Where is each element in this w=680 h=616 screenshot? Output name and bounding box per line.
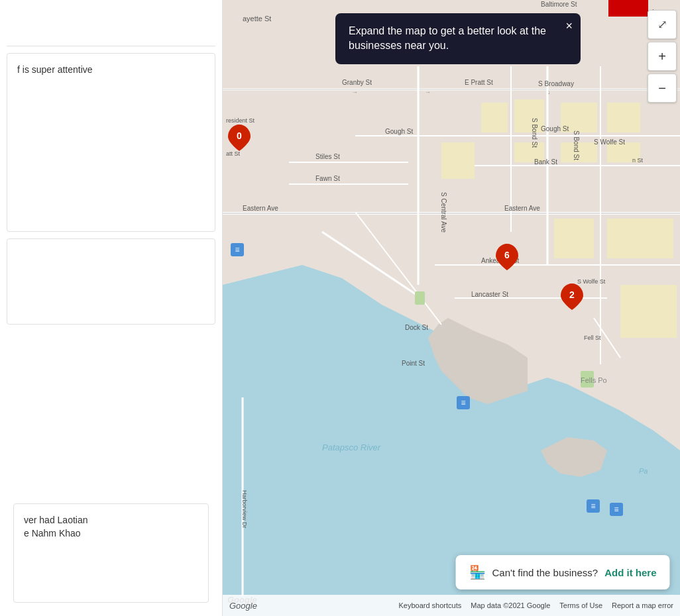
svg-text:E Pratt St: E Pratt St	[465, 79, 493, 86]
store-icon: 🏪	[469, 564, 486, 580]
svg-text:Stiles St: Stiles St	[315, 153, 340, 160]
svg-text:Point St: Point St	[402, 360, 425, 367]
svg-text:Gough St: Gough St	[541, 125, 569, 132]
map-bottom-bar: Google Keyboard shortcuts Map data ©2021…	[223, 595, 680, 616]
add-business-link[interactable]: Add it here	[604, 567, 656, 578]
left-panel: f is super attentive ver had Laotian e N…	[0, 0, 223, 616]
svg-text:Baltimore St: Baltimore St	[541, 1, 577, 8]
review-text-4: ver had Laotian e Nahm Khao	[24, 514, 198, 540]
tooltip-close-button[interactable]: ×	[565, 20, 573, 32]
svg-text:S Central Ave: S Central Ave	[440, 192, 447, 232]
zoom-in-button[interactable]: +	[648, 42, 677, 71]
svg-text:Fawn St: Fawn St	[315, 175, 340, 182]
svg-rect-28	[607, 219, 673, 258]
cant-find-bar: 🏪 Can't find the business? Add it here	[456, 555, 670, 590]
red-header-element	[608, 0, 648, 17]
map-marker-blue-1[interactable]: ≡	[230, 242, 245, 260]
svg-text:0: 0	[237, 130, 242, 141]
svg-rect-30	[415, 291, 425, 305]
svg-text:resident St: resident St	[226, 117, 255, 124]
svg-text:Dock St: Dock St	[405, 324, 428, 331]
svg-text:Lancaster St: Lancaster St	[471, 291, 508, 298]
svg-rect-22	[607, 103, 640, 132]
svg-text:Patapsco River: Patapsco River	[322, 442, 381, 452]
expand-map-button[interactable]: ⤢	[648, 10, 677, 39]
review-text-2: f is super attentive	[17, 64, 205, 77]
svg-text:Harborview Dr: Harborview Dr	[241, 490, 248, 529]
keyboard-shortcuts-link[interactable]: Keyboard shortcuts	[398, 601, 461, 609]
review-card-2: f is super attentive	[7, 53, 215, 232]
map-tooltip: Expand the map to get a better look at t…	[335, 13, 581, 64]
svg-rect-27	[554, 219, 594, 258]
svg-text:S Wolfe St: S Wolfe St	[594, 138, 625, 146]
map-marker-blue-4[interactable]: ≡	[609, 502, 624, 519]
review-card-3	[7, 238, 215, 325]
svg-text:ayette St: ayette St	[243, 15, 271, 23]
zoom-out-button[interactable]: −	[648, 74, 677, 103]
map-pin-6[interactable]: 6	[496, 244, 518, 273]
svg-text:Eastern Ave: Eastern Ave	[243, 205, 278, 212]
svg-rect-19	[514, 99, 544, 132]
map-container: ayette St Granby St E Pratt St S Bond St…	[223, 0, 680, 616]
map-controls: ⤢ + −	[648, 10, 677, 103]
svg-text:≡: ≡	[461, 398, 465, 407]
map-data-text: Map data ©2021 Google	[471, 601, 550, 609]
svg-text:≡: ≡	[614, 505, 618, 514]
map-pin-0[interactable]: 0	[228, 125, 251, 154]
svg-text:Bank St: Bank St	[534, 158, 557, 166]
svg-text:n St: n St	[632, 157, 644, 164]
map-marker-blue-3[interactable]: ≡	[586, 499, 600, 516]
svg-text:6: 6	[504, 250, 510, 260]
map-marker-blue-2[interactable]: ≡	[456, 395, 471, 413]
svg-text:≡: ≡	[591, 501, 595, 511]
review-card-4: ver had Laotian e Nahm Khao	[13, 503, 209, 603]
report-error-link[interactable]: Report a map error	[612, 601, 673, 609]
svg-text:Pa: Pa	[639, 467, 648, 475]
svg-text:S Broadway: S Broadway	[538, 80, 574, 87]
svg-text:Fell St: Fell St	[584, 334, 601, 341]
svg-text:Granby St: Granby St	[342, 79, 372, 86]
cant-find-text: Can't find the business?	[492, 567, 598, 578]
svg-text:Gough St: Gough St	[385, 128, 413, 135]
review-card-1	[7, 0, 215, 46]
svg-text:Fells Po: Fells Po	[581, 376, 607, 384]
tooltip-text: Expand the map to get a better look at t…	[349, 25, 546, 51]
svg-rect-29	[620, 285, 677, 338]
svg-text:↓: ↓	[547, 89, 551, 95]
svg-text:≡: ≡	[235, 245, 239, 254]
svg-rect-25	[441, 142, 475, 179]
svg-rect-20	[481, 103, 508, 132]
map-pin-2[interactable]: 2	[561, 283, 583, 313]
svg-text:S Bond St: S Bond St	[531, 118, 538, 148]
terms-of-use-link[interactable]: Terms of Use	[559, 601, 602, 609]
svg-text:→: →	[425, 89, 431, 95]
svg-text:2: 2	[569, 289, 575, 300]
svg-text:S Bond St: S Bond St	[573, 130, 580, 160]
svg-text:Eastern Ave: Eastern Ave	[504, 205, 540, 212]
svg-text:→: →	[352, 89, 358, 95]
google-logo: Google	[229, 601, 257, 611]
